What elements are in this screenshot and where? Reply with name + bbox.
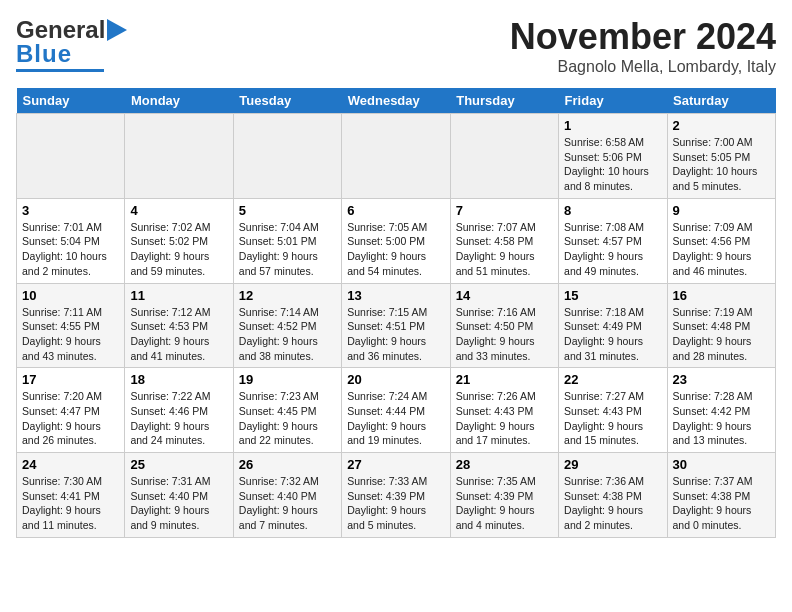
calendar-cell: 27Sunrise: 7:33 AM Sunset: 4:39 PM Dayli… bbox=[342, 453, 450, 538]
col-sunday: Sunday bbox=[17, 88, 125, 114]
day-number: 28 bbox=[456, 457, 553, 472]
logo-underline bbox=[16, 69, 104, 72]
day-number: 8 bbox=[564, 203, 661, 218]
calendar-cell: 28Sunrise: 7:35 AM Sunset: 4:39 PM Dayli… bbox=[450, 453, 558, 538]
day-detail: Sunrise: 7:14 AM Sunset: 4:52 PM Dayligh… bbox=[239, 305, 336, 364]
day-detail: Sunrise: 7:23 AM Sunset: 4:45 PM Dayligh… bbox=[239, 389, 336, 448]
col-monday: Monday bbox=[125, 88, 233, 114]
calendar-week-row: 1Sunrise: 6:58 AM Sunset: 5:06 PM Daylig… bbox=[17, 114, 776, 199]
page-header: General Blue November 2024 Bagnolo Mella… bbox=[16, 16, 776, 76]
calendar-cell bbox=[233, 114, 341, 199]
calendar-cell bbox=[450, 114, 558, 199]
calendar-cell: 19Sunrise: 7:23 AM Sunset: 4:45 PM Dayli… bbox=[233, 368, 341, 453]
calendar-cell: 10Sunrise: 7:11 AM Sunset: 4:55 PM Dayli… bbox=[17, 283, 125, 368]
day-number: 16 bbox=[673, 288, 770, 303]
calendar-cell: 9Sunrise: 7:09 AM Sunset: 4:56 PM Daylig… bbox=[667, 198, 775, 283]
day-detail: Sunrise: 7:07 AM Sunset: 4:58 PM Dayligh… bbox=[456, 220, 553, 279]
day-detail: Sunrise: 7:16 AM Sunset: 4:50 PM Dayligh… bbox=[456, 305, 553, 364]
day-detail: Sunrise: 7:08 AM Sunset: 4:57 PM Dayligh… bbox=[564, 220, 661, 279]
day-number: 7 bbox=[456, 203, 553, 218]
calendar-cell: 13Sunrise: 7:15 AM Sunset: 4:51 PM Dayli… bbox=[342, 283, 450, 368]
calendar-cell: 3Sunrise: 7:01 AM Sunset: 5:04 PM Daylig… bbox=[17, 198, 125, 283]
day-detail: Sunrise: 7:02 AM Sunset: 5:02 PM Dayligh… bbox=[130, 220, 227, 279]
day-number: 6 bbox=[347, 203, 444, 218]
day-number: 25 bbox=[130, 457, 227, 472]
calendar-cell: 8Sunrise: 7:08 AM Sunset: 4:57 PM Daylig… bbox=[559, 198, 667, 283]
calendar-cell: 26Sunrise: 7:32 AM Sunset: 4:40 PM Dayli… bbox=[233, 453, 341, 538]
calendar-cell: 12Sunrise: 7:14 AM Sunset: 4:52 PM Dayli… bbox=[233, 283, 341, 368]
day-detail: Sunrise: 7:31 AM Sunset: 4:40 PM Dayligh… bbox=[130, 474, 227, 533]
day-detail: Sunrise: 7:00 AM Sunset: 5:05 PM Dayligh… bbox=[673, 135, 770, 194]
day-number: 5 bbox=[239, 203, 336, 218]
day-detail: Sunrise: 7:26 AM Sunset: 4:43 PM Dayligh… bbox=[456, 389, 553, 448]
calendar-cell: 2Sunrise: 7:00 AM Sunset: 5:05 PM Daylig… bbox=[667, 114, 775, 199]
calendar-cell: 25Sunrise: 7:31 AM Sunset: 4:40 PM Dayli… bbox=[125, 453, 233, 538]
day-number: 3 bbox=[22, 203, 119, 218]
calendar-cell: 20Sunrise: 7:24 AM Sunset: 4:44 PM Dayli… bbox=[342, 368, 450, 453]
day-number: 22 bbox=[564, 372, 661, 387]
day-detail: Sunrise: 7:12 AM Sunset: 4:53 PM Dayligh… bbox=[130, 305, 227, 364]
calendar-cell: 18Sunrise: 7:22 AM Sunset: 4:46 PM Dayli… bbox=[125, 368, 233, 453]
day-detail: Sunrise: 7:24 AM Sunset: 4:44 PM Dayligh… bbox=[347, 389, 444, 448]
calendar-cell: 5Sunrise: 7:04 AM Sunset: 5:01 PM Daylig… bbox=[233, 198, 341, 283]
day-detail: Sunrise: 7:30 AM Sunset: 4:41 PM Dayligh… bbox=[22, 474, 119, 533]
col-saturday: Saturday bbox=[667, 88, 775, 114]
day-number: 10 bbox=[22, 288, 119, 303]
day-detail: Sunrise: 7:15 AM Sunset: 4:51 PM Dayligh… bbox=[347, 305, 444, 364]
day-detail: Sunrise: 7:01 AM Sunset: 5:04 PM Dayligh… bbox=[22, 220, 119, 279]
col-friday: Friday bbox=[559, 88, 667, 114]
calendar-week-row: 17Sunrise: 7:20 AM Sunset: 4:47 PM Dayli… bbox=[17, 368, 776, 453]
calendar-cell: 17Sunrise: 7:20 AM Sunset: 4:47 PM Dayli… bbox=[17, 368, 125, 453]
calendar-cell: 1Sunrise: 6:58 AM Sunset: 5:06 PM Daylig… bbox=[559, 114, 667, 199]
day-detail: Sunrise: 7:09 AM Sunset: 4:56 PM Dayligh… bbox=[673, 220, 770, 279]
title-area: November 2024 Bagnolo Mella, Lombardy, I… bbox=[510, 16, 776, 76]
calendar-cell bbox=[125, 114, 233, 199]
day-number: 21 bbox=[456, 372, 553, 387]
col-wednesday: Wednesday bbox=[342, 88, 450, 114]
calendar-cell: 6Sunrise: 7:05 AM Sunset: 5:00 PM Daylig… bbox=[342, 198, 450, 283]
calendar-week-row: 24Sunrise: 7:30 AM Sunset: 4:41 PM Dayli… bbox=[17, 453, 776, 538]
col-tuesday: Tuesday bbox=[233, 88, 341, 114]
day-detail: Sunrise: 7:37 AM Sunset: 4:38 PM Dayligh… bbox=[673, 474, 770, 533]
logo: General Blue bbox=[16, 16, 135, 72]
day-detail: Sunrise: 7:27 AM Sunset: 4:43 PM Dayligh… bbox=[564, 389, 661, 448]
day-detail: Sunrise: 7:11 AM Sunset: 4:55 PM Dayligh… bbox=[22, 305, 119, 364]
day-detail: Sunrise: 7:36 AM Sunset: 4:38 PM Dayligh… bbox=[564, 474, 661, 533]
day-number: 11 bbox=[130, 288, 227, 303]
day-number: 26 bbox=[239, 457, 336, 472]
day-number: 27 bbox=[347, 457, 444, 472]
calendar-cell: 23Sunrise: 7:28 AM Sunset: 4:42 PM Dayli… bbox=[667, 368, 775, 453]
calendar-cell: 4Sunrise: 7:02 AM Sunset: 5:02 PM Daylig… bbox=[125, 198, 233, 283]
day-number: 24 bbox=[22, 457, 119, 472]
calendar-cell: 30Sunrise: 7:37 AM Sunset: 4:38 PM Dayli… bbox=[667, 453, 775, 538]
calendar-cell: 11Sunrise: 7:12 AM Sunset: 4:53 PM Dayli… bbox=[125, 283, 233, 368]
col-thursday: Thursday bbox=[450, 88, 558, 114]
logo-blue: Blue bbox=[16, 40, 72, 68]
svg-marker-0 bbox=[107, 19, 127, 41]
day-detail: Sunrise: 6:58 AM Sunset: 5:06 PM Dayligh… bbox=[564, 135, 661, 194]
day-number: 9 bbox=[673, 203, 770, 218]
calendar-cell: 14Sunrise: 7:16 AM Sunset: 4:50 PM Dayli… bbox=[450, 283, 558, 368]
day-number: 29 bbox=[564, 457, 661, 472]
calendar-week-row: 3Sunrise: 7:01 AM Sunset: 5:04 PM Daylig… bbox=[17, 198, 776, 283]
day-detail: Sunrise: 7:28 AM Sunset: 4:42 PM Dayligh… bbox=[673, 389, 770, 448]
day-detail: Sunrise: 7:05 AM Sunset: 5:00 PM Dayligh… bbox=[347, 220, 444, 279]
calendar-cell: 7Sunrise: 7:07 AM Sunset: 4:58 PM Daylig… bbox=[450, 198, 558, 283]
calendar-header-row: Sunday Monday Tuesday Wednesday Thursday… bbox=[17, 88, 776, 114]
calendar-cell bbox=[342, 114, 450, 199]
day-detail: Sunrise: 7:33 AM Sunset: 4:39 PM Dayligh… bbox=[347, 474, 444, 533]
day-number: 1 bbox=[564, 118, 661, 133]
day-number: 19 bbox=[239, 372, 336, 387]
calendar-cell: 29Sunrise: 7:36 AM Sunset: 4:38 PM Dayli… bbox=[559, 453, 667, 538]
day-detail: Sunrise: 7:32 AM Sunset: 4:40 PM Dayligh… bbox=[239, 474, 336, 533]
calendar-week-row: 10Sunrise: 7:11 AM Sunset: 4:55 PM Dayli… bbox=[17, 283, 776, 368]
calendar-cell: 21Sunrise: 7:26 AM Sunset: 4:43 PM Dayli… bbox=[450, 368, 558, 453]
day-detail: Sunrise: 7:04 AM Sunset: 5:01 PM Dayligh… bbox=[239, 220, 336, 279]
day-detail: Sunrise: 7:20 AM Sunset: 4:47 PM Dayligh… bbox=[22, 389, 119, 448]
day-number: 2 bbox=[673, 118, 770, 133]
calendar-table: Sunday Monday Tuesday Wednesday Thursday… bbox=[16, 88, 776, 538]
logo-arrow-icon bbox=[107, 19, 135, 41]
day-detail: Sunrise: 7:19 AM Sunset: 4:48 PM Dayligh… bbox=[673, 305, 770, 364]
day-number: 12 bbox=[239, 288, 336, 303]
day-detail: Sunrise: 7:18 AM Sunset: 4:49 PM Dayligh… bbox=[564, 305, 661, 364]
